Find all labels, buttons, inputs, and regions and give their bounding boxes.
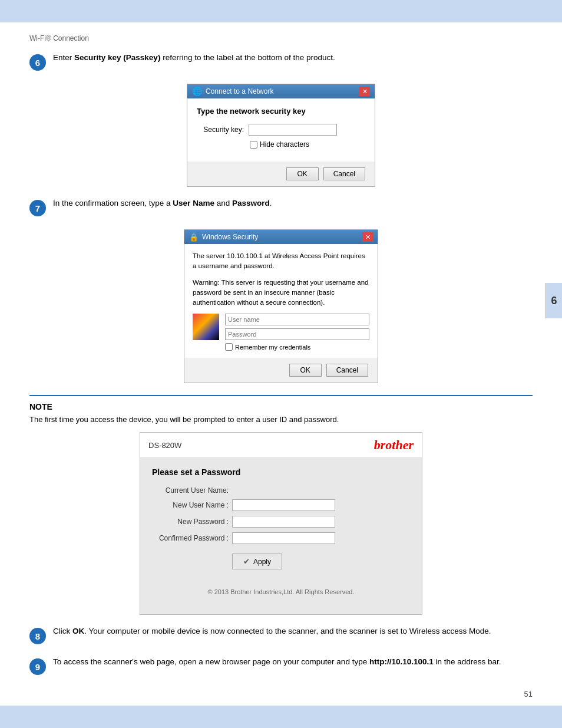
note-text: The first time you access the device, yo… xyxy=(29,415,533,424)
brother-heading: Please set a Password xyxy=(152,467,410,477)
ws-credentials-area: Remember my credentials xyxy=(193,314,369,351)
ws-username-input[interactable] xyxy=(225,314,369,325)
main-content: Wi-Fi® Connection 6 Enter Security key (… xyxy=(0,22,562,723)
windows-security-container: 🔒 Windows Security ✕ The server 10.10.10… xyxy=(29,229,533,383)
step-8-text: Click OK. Your computer or mobile device… xyxy=(53,627,533,635)
connect-dialog-footer: OK Cancel xyxy=(187,162,375,186)
current-user-row: Current User Name: xyxy=(152,486,410,495)
step-7-circle: 7 xyxy=(29,200,46,216)
brother-content: Please set a Password Current User Name:… xyxy=(140,458,422,614)
new-password-row: New Password : xyxy=(152,516,410,528)
step-7-bold1: User Name xyxy=(173,199,214,207)
step-6-text: Enter Security key (Passkey) referring t… xyxy=(53,53,533,62)
current-user-label: Current User Name: xyxy=(152,486,229,495)
ws-fields: Remember my credentials xyxy=(225,314,369,351)
windows-security-close[interactable]: ✕ xyxy=(362,232,373,242)
connect-dialog-title: Connect to a Network xyxy=(206,87,273,95)
hide-chars-checkbox[interactable] xyxy=(250,141,257,149)
step-7-text: In the confirmation screen, type a User … xyxy=(53,199,533,207)
security-key-row: Security key: xyxy=(197,124,365,136)
ws-password-input[interactable] xyxy=(225,328,369,340)
connect-dialog-titlebar: 🌐 Connect to a Network ✕ xyxy=(187,84,375,98)
apply-label: Apply xyxy=(253,558,271,566)
brother-footer: © 2013 Brother Industries,Ltd. All Right… xyxy=(152,579,410,605)
steps-bottom: 8 Click OK. Your computer or mobile devi… xyxy=(29,627,533,675)
connect-ok-button[interactable]: OK xyxy=(286,167,319,180)
confirmed-password-label: Confirmed Password : xyxy=(152,534,229,542)
step-6-circle: 6 xyxy=(29,54,46,71)
brother-dialog: DS-820W brother Please set a Password Cu… xyxy=(140,432,422,615)
top-decorative-bar xyxy=(0,0,562,22)
ws-ok-button[interactable]: OK xyxy=(289,364,322,377)
step-8-row: 8 Click OK. Your computer or mobile devi… xyxy=(29,627,533,644)
windows-security-titlebar: 🔒 Windows Security ✕ xyxy=(184,230,378,244)
step-7-bold2: Password xyxy=(232,199,270,207)
brother-logo: brother xyxy=(374,437,414,453)
ws-cancel-button[interactable]: Cancel xyxy=(326,364,368,377)
step-9-circle: 9 xyxy=(29,658,46,675)
connect-cancel-button[interactable]: Cancel xyxy=(323,167,365,180)
security-key-label: Security key: xyxy=(197,126,244,134)
step-9-text: To access the scanner's web page, open a… xyxy=(53,657,533,666)
connect-dialog: 🌐 Connect to a Network ✕ Type the networ… xyxy=(187,84,375,187)
step-9-row: 9 To access the scanner's web page, open… xyxy=(29,657,533,675)
windows-security-dialog: 🔒 Windows Security ✕ The server 10.10.10… xyxy=(184,229,378,383)
brother-model-name: DS-820W xyxy=(148,441,181,450)
chapter-tab: 6 xyxy=(546,283,562,318)
connect-dialog-body: Type the network security key Security k… xyxy=(187,98,375,162)
step-7-row: 7 In the confirmation screen, type a Use… xyxy=(29,199,533,216)
ws-user-icon xyxy=(193,314,219,340)
step-8-circle: 8 xyxy=(29,628,46,644)
step-8-bold: OK xyxy=(72,627,84,635)
step-6-row: 6 Enter Security key (Passkey) referring… xyxy=(29,53,533,71)
section-label: Wi-Fi® Connection xyxy=(29,34,533,42)
ws-remember-label: Remember my credentials xyxy=(235,344,310,351)
note-title: NOTE xyxy=(29,402,533,411)
confirmed-password-row: Confirmed Password : xyxy=(152,532,410,544)
new-user-input[interactable] xyxy=(232,499,335,511)
ws-remember-checkbox[interactable] xyxy=(225,343,233,351)
step-6-bold: Security key (Passkey) xyxy=(74,53,160,62)
new-password-label: New Password : xyxy=(152,518,229,526)
hide-chars-label: Hide characters xyxy=(260,140,309,149)
ws-para2: Warning: This server is requesting that … xyxy=(193,278,369,308)
new-password-input[interactable] xyxy=(232,516,335,528)
security-key-input[interactable] xyxy=(249,124,337,136)
connect-dialog-close[interactable]: ✕ xyxy=(359,87,370,96)
hide-chars-row: Hide characters xyxy=(250,140,365,149)
ws-para1: The server 10.10.100.1 at Wireless Acces… xyxy=(193,251,369,272)
windows-security-title: Windows Security xyxy=(202,233,258,241)
bottom-decorative-bar xyxy=(0,706,562,728)
confirmed-password-input[interactable] xyxy=(232,532,335,544)
brother-header: DS-820W brother xyxy=(140,433,422,458)
step-9-bold: http://10.10.100.1 xyxy=(369,657,434,666)
apply-checkmark-icon: ✔ xyxy=(243,557,250,566)
new-user-row: New User Name : xyxy=(152,499,410,511)
windows-security-footer: OK Cancel xyxy=(184,358,378,383)
connect-dialog-subtitle: Type the network security key xyxy=(197,107,365,116)
new-user-label: New User Name : xyxy=(152,501,229,509)
ws-remember-row: Remember my credentials xyxy=(225,343,369,351)
windows-security-body: The server 10.10.100.1 at Wireless Acces… xyxy=(184,244,378,358)
apply-button[interactable]: ✔ Apply xyxy=(232,554,282,569)
page-number: 51 xyxy=(524,690,533,699)
chapter-number: 6 xyxy=(551,295,557,307)
connect-dialog-container: 🌐 Connect to a Network ✕ Type the networ… xyxy=(29,84,533,187)
note-section: NOTE The first time you access the devic… xyxy=(29,395,533,615)
